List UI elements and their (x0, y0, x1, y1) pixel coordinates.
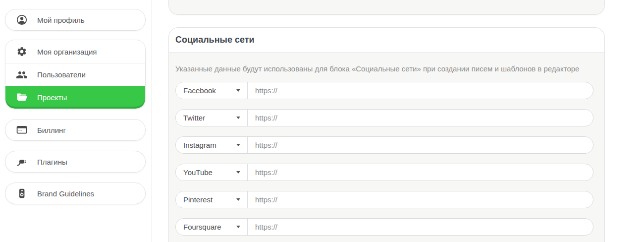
network-select[interactable]: Instagram (176, 137, 248, 153)
social-networks-card: Социальные сети Указанные данные будут и… (168, 27, 605, 242)
social-url-input[interactable] (248, 164, 593, 181)
social-row: Facebook (175, 82, 593, 99)
social-row: Instagram (175, 136, 593, 154)
chevron-down-icon (236, 89, 240, 92)
sidebar-item-users[interactable]: Пользователи (5, 63, 145, 86)
sidebar-item-plugins[interactable]: Плагины (5, 151, 146, 173)
social-rows: FacebookTwitterInstagramYouTubePinterest… (175, 82, 593, 236)
network-select[interactable]: Facebook (176, 82, 248, 99)
sidebar-item-label: Мой профиль (37, 16, 85, 24)
chevron-down-icon (236, 198, 240, 201)
plug-icon (16, 156, 28, 168)
sidebar-item-my-profile[interactable]: Мой профиль (5, 9, 146, 31)
network-select-value: Facebook (183, 86, 216, 95)
social-row: Twitter (175, 109, 593, 126)
app-root: Мой профиль Моя организация Пользователи (0, 0, 644, 242)
social-row: Foursquare (175, 218, 593, 236)
card-title: Социальные сети (175, 35, 255, 45)
brand-book-icon (16, 187, 28, 199)
card-description: Указанные данные будут использованы для … (175, 64, 593, 73)
network-select-value: Foursquare (183, 223, 221, 231)
sidebar: Мой профиль Моя организация Пользователи (0, 0, 152, 242)
network-select-value: Instagram (183, 141, 216, 149)
network-select-value: Pinterest (183, 195, 213, 204)
sidebar-item-label: Brand Guidelines (37, 189, 94, 198)
social-url-input[interactable] (248, 137, 593, 153)
network-select[interactable]: Twitter (176, 110, 248, 126)
sidebar-item-label: Проекты (37, 93, 67, 102)
chevron-down-icon (236, 171, 240, 174)
folder-open-icon (16, 91, 28, 103)
sidebar-item-billing[interactable]: Биллинг (5, 119, 146, 141)
network-select[interactable]: Foursquare (176, 219, 248, 235)
chevron-down-icon (236, 117, 240, 119)
social-url-input[interactable] (248, 219, 593, 235)
users-icon (16, 69, 28, 81)
social-url-input[interactable] (248, 82, 593, 99)
chevron-down-icon (236, 226, 240, 228)
network-select[interactable]: Pinterest (176, 191, 248, 208)
sidebar-group-organization: Моя организация Пользователи Проекты (5, 40, 146, 109)
social-row: Pinterest (175, 191, 593, 208)
card-body: Указанные данные будут использованы для … (169, 53, 604, 242)
card-header: Социальные сети (169, 28, 604, 53)
sidebar-item-label: Плагины (37, 158, 67, 166)
sidebar-item-my-organization[interactable]: Моя организация (5, 40, 145, 63)
chevron-down-icon (236, 144, 240, 146)
gear-icon (16, 46, 28, 58)
user-circle-icon (16, 14, 28, 26)
social-url-input[interactable] (248, 110, 593, 126)
sidebar-item-brand-guidelines[interactable]: Brand Guidelines (5, 182, 146, 204)
credit-card-icon (16, 124, 28, 136)
social-row: YouTube (175, 164, 593, 181)
sidebar-item-label: Биллинг (37, 126, 66, 134)
main-content: Социальные сети Указанные данные будут и… (152, 0, 644, 242)
network-select-value: YouTube (183, 168, 213, 177)
sidebar-item-label: Пользователи (37, 70, 86, 79)
sidebar-item-label: Моя организация (37, 48, 97, 56)
sidebar-item-projects[interactable]: Проекты (5, 86, 145, 109)
network-select-value: Twitter (183, 114, 205, 122)
previous-card-partial (168, 0, 605, 15)
network-select[interactable]: YouTube (176, 164, 248, 181)
social-url-input[interactable] (248, 191, 593, 208)
